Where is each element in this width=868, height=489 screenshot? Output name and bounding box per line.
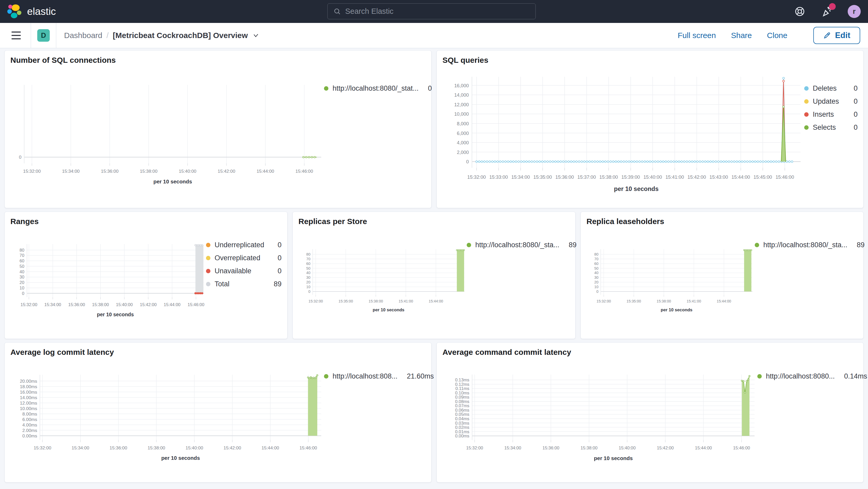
panel-ranges: Ranges 15:32:0015:34:0015:36:0015:38:001… <box>4 212 287 339</box>
full-screen-button[interactable]: Full screen <box>678 31 716 40</box>
svg-text:15:34:00: 15:34:00 <box>504 446 521 451</box>
avg-command-commit-latency-chart[interactable]: 15:32:0015:34:0015:36:0015:38:0015:40:00… <box>442 358 757 477</box>
panel-title[interactable]: Ranges <box>10 217 281 226</box>
svg-text:0.00ms: 0.00ms <box>455 433 469 438</box>
svg-text:15:36:00: 15:36:00 <box>101 169 119 174</box>
legend-item[interactable]: Unavailable0 <box>206 267 281 275</box>
search-input[interactable] <box>345 7 530 16</box>
svg-text:15:32:00: 15:32:00 <box>34 445 51 451</box>
chart-legend: http://localhost:808...21.60ms <box>324 358 426 477</box>
edit-label: Edit <box>835 31 850 40</box>
svg-text:40: 40 <box>20 269 24 274</box>
ranges-chart[interactable]: 15:32:0015:34:0015:36:0015:38:0015:40:00… <box>10 227 206 333</box>
panel-title[interactable]: Number of SQL connections <box>10 56 426 65</box>
svg-text:6,000: 6,000 <box>457 130 469 136</box>
svg-text:15:33:00: 15:33:00 <box>489 174 508 180</box>
svg-text:0: 0 <box>308 289 310 294</box>
svg-text:50: 50 <box>20 264 24 269</box>
legend-item[interactable]: http://localhost:808...21.60ms <box>324 372 426 380</box>
user-avatar[interactable]: r <box>848 5 861 18</box>
legend-value: 0 <box>848 111 858 119</box>
legend-item[interactable]: Total89 <box>206 280 281 288</box>
svg-text:15:32:00: 15:32:00 <box>308 299 323 303</box>
replicas-per-store-chart[interactable]: 15:32:0015:35:0015:38:0015:41:0015:44:00… <box>299 227 467 333</box>
legend-item[interactable]: Selects0 <box>804 123 858 131</box>
help-button[interactable] <box>794 5 806 18</box>
legend-label: http://localhost:8080... <box>766 372 835 380</box>
legend-swatch <box>206 269 210 273</box>
svg-text:0: 0 <box>466 159 469 164</box>
legend-item[interactable]: Underreplicated0 <box>206 241 281 249</box>
legend-value: 0 <box>848 84 858 92</box>
svg-text:0: 0 <box>596 289 598 294</box>
svg-text:15:40:00: 15:40:00 <box>644 174 662 180</box>
sql-connections-chart[interactable]: 15:32:0015:34:0015:36:0015:38:0015:40:00… <box>10 66 324 203</box>
elastic-home-link[interactable]: elastic <box>7 4 56 19</box>
clone-button[interactable]: Clone <box>767 31 787 40</box>
global-search[interactable] <box>328 3 536 19</box>
svg-text:0.11ms: 0.11ms <box>456 386 469 391</box>
svg-text:15:41:00: 15:41:00 <box>665 174 684 180</box>
space-switcher[interactable]: D <box>37 29 50 42</box>
svg-text:6.00ms: 6.00ms <box>22 417 37 422</box>
svg-text:80: 80 <box>306 252 310 256</box>
panel-title[interactable]: Replicas per Store <box>299 217 569 226</box>
news-button[interactable] <box>820 5 833 18</box>
svg-text:0.09ms: 0.09ms <box>455 395 469 400</box>
svg-text:2.00ms: 2.00ms <box>22 428 37 433</box>
legend-label: Updates <box>813 97 839 105</box>
global-header: elastic <box>0 0 868 23</box>
legend-item[interactable]: http://localhost:8080/_sta...89 <box>755 241 858 249</box>
svg-text:10.00ms: 10.00ms <box>20 406 37 411</box>
legend-item[interactable]: Deletes0 <box>804 84 858 92</box>
panel-title[interactable]: Replica leaseholders <box>587 217 858 226</box>
svg-text:15:36:00: 15:36:00 <box>556 174 574 180</box>
breadcrumb-dashboard-link[interactable]: Dashboard <box>64 31 102 40</box>
svg-text:0.02ms: 0.02ms <box>455 425 469 430</box>
svg-text:15:38:00: 15:38:00 <box>369 299 383 303</box>
svg-text:15:44:00: 15:44:00 <box>256 169 274 174</box>
sql-queries-chart[interactable]: 15:32:0015:33:0015:34:0015:35:0015:36:00… <box>442 66 804 203</box>
chevron-down-icon[interactable] <box>252 32 259 39</box>
svg-text:15:40:00: 15:40:00 <box>185 445 203 451</box>
legend-item[interactable]: http://localhost:8080...0.14ms <box>757 372 858 380</box>
edit-button[interactable]: Edit <box>813 27 860 44</box>
header-actions: r <box>794 5 861 18</box>
panel-title[interactable]: SQL queries <box>442 56 858 65</box>
svg-text:15:40:00: 15:40:00 <box>179 169 196 174</box>
chart-legend: http://localhost:8080/_stat...0 <box>324 66 426 203</box>
svg-text:80: 80 <box>20 248 24 253</box>
chart-legend: Underreplicated0Overreplicated0Unavailab… <box>206 227 281 333</box>
svg-text:0.05ms: 0.05ms <box>455 412 469 417</box>
svg-text:15:35:00: 15:35:00 <box>533 174 552 180</box>
svg-text:30: 30 <box>20 275 24 279</box>
menu-button[interactable] <box>8 27 25 44</box>
legend-swatch <box>804 125 809 130</box>
share-button[interactable]: Share <box>731 31 752 40</box>
legend-label: http://localhost:8080/_sta... <box>763 241 847 249</box>
svg-text:15:46:00: 15:46:00 <box>187 302 205 307</box>
svg-text:15:38:00: 15:38:00 <box>599 174 618 180</box>
svg-text:15:32:00: 15:32:00 <box>466 446 483 451</box>
panel-title[interactable]: Average command commit latency <box>442 348 858 357</box>
svg-text:15:38:00: 15:38:00 <box>148 445 165 451</box>
svg-text:70: 70 <box>306 257 310 261</box>
svg-text:15:40:00: 15:40:00 <box>619 446 636 451</box>
svg-text:15:46:00: 15:46:00 <box>776 174 794 180</box>
svg-text:20.00ms: 20.00ms <box>20 378 37 384</box>
pencil-icon <box>823 32 831 39</box>
legend-item[interactable]: http://localhost:8080/_sta...89 <box>467 241 569 249</box>
svg-text:20: 20 <box>594 280 598 284</box>
avg-log-commit-latency-chart[interactable]: 15:32:0015:34:0015:36:0015:38:0015:40:00… <box>10 358 324 477</box>
svg-text:15:38:00: 15:38:00 <box>140 169 158 174</box>
legend-item[interactable]: Overreplicated0 <box>206 254 281 262</box>
panel-title[interactable]: Average log commit latency <box>10 348 426 357</box>
replica-leaseholders-chart[interactable]: 15:32:0015:35:0015:38:0015:41:0015:44:00… <box>587 227 755 333</box>
svg-text:40: 40 <box>306 271 310 275</box>
svg-text:15:41:00: 15:41:00 <box>399 299 413 303</box>
legend-item[interactable]: Updates0 <box>804 97 858 105</box>
svg-text:0: 0 <box>19 154 22 160</box>
legend-item[interactable]: Inserts0 <box>804 111 858 119</box>
svg-text:per 10 seconds: per 10 seconds <box>97 312 134 317</box>
legend-item[interactable]: http://localhost:8080/_stat...0 <box>324 84 426 92</box>
